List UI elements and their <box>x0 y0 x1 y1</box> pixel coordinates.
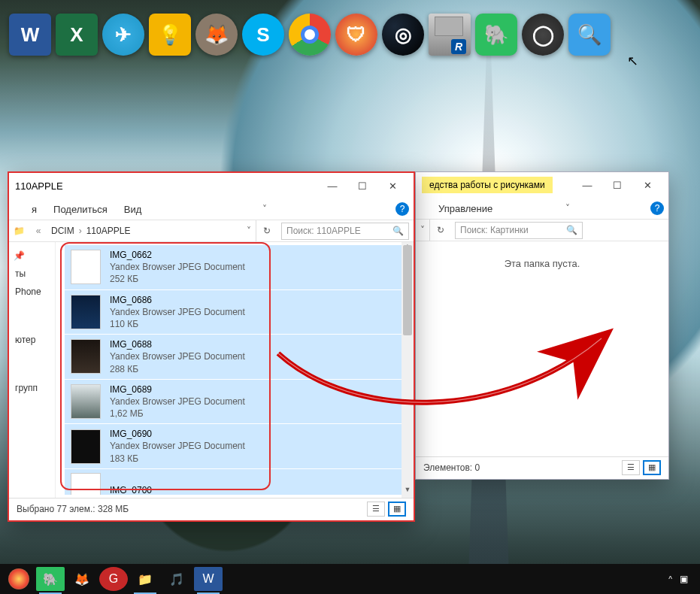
breadcrumb-dcim[interactable]: DCIM <box>48 226 77 236</box>
taskbar-explorer-icon[interactable]: 📁 <box>131 567 159 591</box>
nav-pane[interactable]: 📌 ты Phone ютер групп <box>9 242 56 498</box>
addr-drop-icon[interactable]: ˅ <box>242 226 256 236</box>
file-pane[interactable]: IMG_0662Yandex Browser JPEG Document252 … <box>56 242 414 498</box>
manage-tab[interactable]: Управление <box>438 203 492 214</box>
chrome-icon[interactable] <box>289 14 331 56</box>
ribbon-collapse-icon[interactable]: ˅ <box>565 203 570 214</box>
taskbar-comodo-icon[interactable]: G <box>99 567 128 591</box>
status-text-left: Выбрано 77 элем.: 328 МБ <box>17 504 129 514</box>
explorer-window-left[interactable]: 110APPLE — ☐ ✕ я Поделиться Вид ˅ ? 📁 « … <box>8 171 415 522</box>
search-input-right[interactable]: Поиск: Картинки 🔍 <box>455 222 583 239</box>
evernote-icon[interactable]: 🐘 <box>475 14 517 56</box>
view-thumbs-icon[interactable]: ▦ <box>643 460 661 475</box>
view-details-icon[interactable]: ☰ <box>622 460 640 475</box>
nav-item[interactable]: Phone <box>9 283 55 301</box>
ribbon-collapse-icon[interactable]: ˅ <box>262 204 267 214</box>
view-details-icon[interactable]: ☰ <box>367 502 385 517</box>
pin-icon[interactable]: 📌 <box>9 247 55 265</box>
nav-back-icon[interactable]: « <box>29 226 48 236</box>
tab-home[interactable]: я <box>32 204 37 215</box>
status-bar-right: Элементов: 0 ☰ ▦ <box>416 456 668 477</box>
taskbar-word-icon[interactable]: W <box>194 567 223 591</box>
empty-folder-label: Эта папка пуста. <box>416 241 668 456</box>
steam-icon[interactable]: ◎ <box>382 14 424 56</box>
keep-icon[interactable]: 💡 <box>149 14 191 56</box>
help-icon[interactable]: ? <box>395 202 409 216</box>
nav-item[interactable]: ты <box>9 265 55 283</box>
refresh-icon[interactable]: ↻ <box>429 220 450 241</box>
taskbar[interactable]: 🐘 🦊 G 📁 🎵 W ^ ▣ <box>0 564 700 594</box>
context-tab: едства работы с рисунками <box>422 177 553 193</box>
titlebar-right[interactable]: едства работы с рисунками — ☐ ✕ <box>416 172 668 198</box>
tab-view[interactable]: Вид <box>124 204 142 215</box>
taskbar-itunes-icon[interactable]: 🎵 <box>162 567 191 591</box>
search-input-left[interactable]: Поиск: 110APPLE 🔍 <box>281 223 409 240</box>
refresh-icon[interactable]: ↻ <box>256 220 277 241</box>
comodo-icon[interactable]: 🛡 <box>335 14 377 56</box>
revo-icon[interactable] <box>429 14 471 56</box>
minimize-button[interactable]: — <box>317 174 347 197</box>
taskbar-gimp-icon[interactable]: 🦊 <box>68 567 96 591</box>
minimize-button[interactable]: — <box>572 174 602 196</box>
telegram-icon[interactable]: ✈ <box>102 14 144 56</box>
breadcrumb-110apple[interactable]: 110APPLE <box>83 226 134 236</box>
scroll-down-icon[interactable]: ▼ <box>402 486 414 498</box>
view-thumbs-icon[interactable]: ▦ <box>388 502 406 517</box>
taskbar-evernote-icon[interactable]: 🐘 <box>36 567 65 591</box>
window-title: 110APPLE <box>15 180 63 192</box>
status-text-right: Элементов: 0 <box>423 462 480 473</box>
body-right: Эта папка пуста. <box>416 241 668 456</box>
cursor-icon: ↖ <box>627 53 638 69</box>
body-left: 📌 ты Phone ютер групп IMG_0662Yandex Bro… <box>9 242 414 498</box>
ribbon-right: Управление ˅ ? <box>416 198 668 219</box>
close-button[interactable]: ✕ <box>632 174 662 196</box>
search-icon: 🔍 <box>566 225 577 235</box>
maximize-button[interactable]: ☐ <box>602 174 632 196</box>
nav-item[interactable]: групп <box>9 379 55 397</box>
skype-icon[interactable]: S <box>242 14 284 56</box>
word-icon[interactable]: W <box>9 14 51 56</box>
close-button[interactable]: ✕ <box>377 174 408 197</box>
scrollbar[interactable]: ▲ ▼ <box>402 242 414 498</box>
system-tray[interactable]: ^ ▣ <box>668 574 695 584</box>
tab-share[interactable]: Поделиться <box>53 204 108 215</box>
search-placeholder: Поиск: Картинки <box>460 225 529 235</box>
nav-item[interactable]: ютер <box>9 331 55 349</box>
help-icon[interactable]: ? <box>650 202 664 215</box>
search-placeholder: Поиск: 110APPLE <box>286 226 361 236</box>
address-bar-left[interactable]: 📁 « DCIM › 110APPLE ˅ ↻ Поиск: 110APPLE … <box>9 220 414 242</box>
tray-app-icon[interactable]: ▣ <box>680 574 688 584</box>
search-icon: 🔍 <box>392 226 404 236</box>
start-button[interactable] <box>5 567 33 591</box>
search-app-icon[interactable]: 🔍 <box>568 14 611 56</box>
explorer-window-right[interactable]: едства работы с рисунками — ☐ ✕ Управлен… <box>415 171 669 480</box>
tray-overflow-icon[interactable]: ^ <box>668 575 672 583</box>
address-bar-right[interactable]: ˅ ↻ Поиск: Картинки 🔍 <box>416 219 668 241</box>
scrollbar-thumb[interactable] <box>403 245 412 335</box>
addr-drop-icon[interactable]: ˅ <box>416 225 429 235</box>
status-bar-left: Выбрано 77 элем.: 328 МБ ☰ ▦ <box>9 498 414 519</box>
sharex-icon[interactable]: ◯ <box>522 14 564 56</box>
excel-icon[interactable]: X <box>56 14 98 56</box>
selection-highlight <box>60 242 271 490</box>
ribbon-left: я Поделиться Вид ˅ ? <box>9 199 414 220</box>
top-dock: W X ✈ 💡 🦊 S 🛡 ◎ 🐘 ◯ 🔍 ↖ <box>9 14 611 56</box>
breadcrumb-sep: › <box>77 226 83 236</box>
titlebar-left[interactable]: 110APPLE — ☐ ✕ <box>9 173 414 199</box>
gimp-icon[interactable]: 🦊 <box>195 14 238 56</box>
folder-icon: 📁 <box>9 226 29 236</box>
maximize-button[interactable]: ☐ <box>347 174 377 197</box>
